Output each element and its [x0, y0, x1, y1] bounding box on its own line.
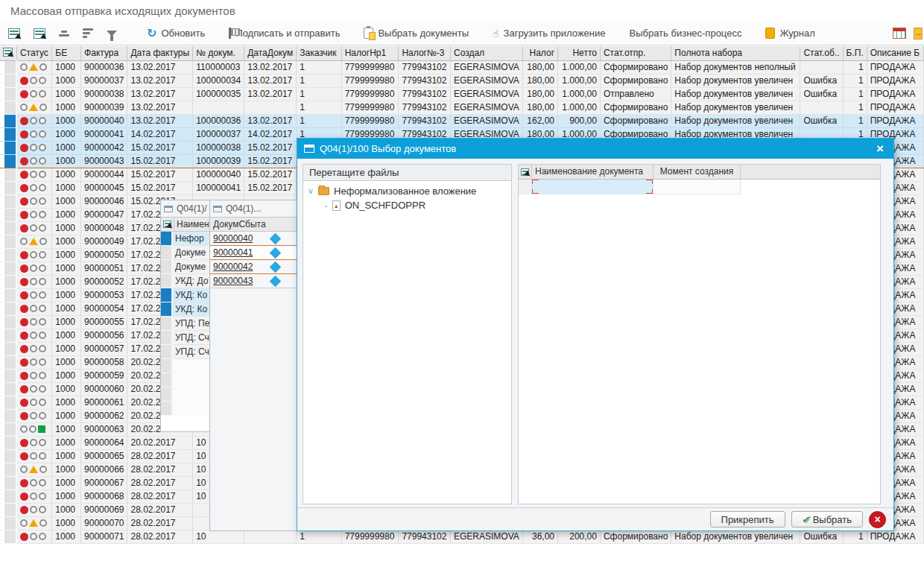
table-row[interactable]: 10009000003613.02.201711000000313.02.201…: [0, 60, 924, 74]
row-select-cell[interactable]: [161, 302, 173, 317]
popup1-row[interactable]: УКД: Ко: [161, 302, 210, 317]
column-header-bp[interactable]: Б.П.: [843, 46, 867, 60]
close-icon[interactable]: ×: [873, 142, 887, 155]
table-row[interactable]: 10009000004013.02.201710000003613.02.201…: [0, 114, 924, 127]
column-header-netto[interactable]: Нетто: [558, 46, 601, 60]
row-select-cell[interactable]: [161, 387, 173, 402]
row-select-cell[interactable]: [0, 168, 16, 181]
cancel-button[interactable]: ×: [869, 511, 886, 528]
row-select-cell[interactable]: [0, 87, 16, 101]
row-select-cell[interactable]: [0, 208, 16, 221]
column-header-customer[interactable]: Заказчик: [297, 46, 341, 60]
popup1-row[interactable]: УПД: Сч: [161, 345, 210, 359]
popup2-row[interactable]: 90000040: [210, 232, 297, 246]
row-select-cell[interactable]: [161, 402, 173, 416]
row-select-cell[interactable]: [161, 288, 173, 302]
row-select-cell[interactable]: [0, 181, 16, 194]
sales-document-link[interactable]: 90000043: [210, 276, 267, 286]
column-header-doc_date[interactable]: ДатаДокум: [244, 46, 297, 60]
row-select-cell[interactable]: [161, 331, 173, 345]
popup2-titlebar[interactable]: Q04(1)...: [210, 200, 297, 217]
select-all-cell[interactable]: [519, 165, 532, 180]
row-select-cell[interactable]: [0, 516, 16, 530]
row-select-cell[interactable]: [0, 141, 16, 154]
column-header-inv_date[interactable]: Дата фактуры: [127, 46, 193, 60]
column-header-tax_nr1[interactable]: НалогНр1: [341, 46, 399, 60]
row-select-cell[interactable]: [0, 530, 16, 543]
popup1-row[interactable]: УКД: До: [161, 274, 210, 288]
filter-button[interactable]: [103, 28, 121, 39]
popup2-row[interactable]: 90000043: [210, 274, 297, 288]
column-header-created_by[interactable]: Создал: [450, 46, 522, 60]
tree-node-file[interactable]: · ON_SCHFDOPPR: [321, 198, 510, 212]
table-row[interactable]: 10009000003713.02.201710000003413.02.201…: [0, 74, 924, 87]
table-row[interactable]: 10009000003813.02.201710000003513.02.201…: [0, 87, 924, 101]
select-business-process-button[interactable]: Выбрать бизнес-процесс: [625, 25, 745, 41]
row-select-cell[interactable]: [0, 154, 16, 168]
column-header-created[interactable]: Момент создания: [654, 165, 741, 180]
refresh-button[interactable]: ↻ Обновить: [143, 25, 209, 42]
row-select-cell[interactable]: [0, 422, 16, 436]
column-header-status[interactable]: Статус: [16, 46, 51, 60]
row-select-cell[interactable]: [0, 489, 16, 503]
row-select-cell[interactable]: [0, 503, 16, 516]
row-select-cell[interactable]: [161, 274, 173, 288]
column-header-doc-name[interactable]: Наименование документа: [532, 165, 654, 180]
row-select-cell[interactable]: [0, 248, 16, 262]
column-header-description[interactable]: Описание Б: [867, 46, 923, 60]
row-select-cell[interactable]: [0, 369, 16, 382]
row-select-cell[interactable]: [0, 275, 16, 288]
row-select-cell[interactable]: [0, 194, 16, 208]
column-header-obj_status[interactable]: Стат.об..: [800, 46, 843, 60]
popup1-row[interactable]: УПД: Сч: [161, 331, 210, 345]
popup1-row[interactable]: Нефор: [161, 232, 210, 246]
popup1-row[interactable]: УКД: Ко: [161, 288, 210, 302]
row-select-cell[interactable]: [161, 317, 173, 331]
dialog-titlebar[interactable]: Q04(1)/100 Выбор документов ×: [297, 139, 893, 159]
row-select-cell[interactable]: [0, 127, 16, 141]
row-select-cell[interactable]: [0, 262, 16, 275]
popup1-select-all[interactable]: [161, 217, 174, 232]
sort-ascending-button[interactable]: [55, 28, 73, 39]
row-select-cell[interactable]: [161, 246, 173, 260]
chevron-down-icon[interactable]: ∨: [308, 187, 314, 195]
column-header-sel[interactable]: [0, 46, 16, 60]
row-select-cell[interactable]: [0, 436, 16, 449]
layout-details-button[interactable]: [4, 26, 24, 41]
column-header-completeness[interactable]: Полнота набора: [671, 46, 800, 60]
sales-document-link[interactable]: 90000042: [210, 262, 267, 272]
row-select-cell[interactable]: [161, 359, 173, 373]
choose-button[interactable]: ✔∕ Выбрать: [791, 511, 863, 527]
popup1-row[interactable]: Докуме: [161, 260, 210, 274]
popup1-column-header[interactable]: Наимен: [174, 217, 210, 232]
popup2-row[interactable]: 90000042: [210, 260, 297, 274]
row-select-cell[interactable]: [161, 345, 173, 359]
row-select-cell[interactable]: [161, 260, 173, 274]
column-header-be[interactable]: БЕ: [52, 46, 81, 60]
popup1-row[interactable]: Докуме: [161, 246, 210, 260]
layout-list-button[interactable]: [30, 26, 49, 41]
row-select-cell[interactable]: [161, 232, 173, 246]
column-header-tax[interactable]: Налог: [522, 46, 557, 60]
table-row[interactable]: 10009000007128.02.2017101779999998077994…: [0, 530, 924, 543]
row-select-cell[interactable]: [161, 373, 173, 387]
grid-view-button[interactable]: [889, 25, 910, 41]
column-header-doc_num[interactable]: № докум.: [193, 46, 244, 60]
load-attachment-button[interactable]: ☝ Загрузить приложение: [489, 25, 609, 41]
sales-document-link[interactable]: 90000041: [210, 247, 267, 258]
tree-node-folder[interactable]: ∨ Неформализованное вложение: [305, 184, 510, 198]
row-select-cell[interactable]: [0, 382, 16, 396]
row-select-cell[interactable]: [0, 235, 16, 248]
row-select-cell[interactable]: [0, 463, 16, 476]
export-button[interactable]: [910, 25, 923, 42]
popup1-row[interactable]: УПД: Пе: [161, 317, 210, 331]
select-documents-button[interactable]: Выбрать документы: [360, 25, 472, 41]
row-select-cell[interactable]: [0, 302, 16, 315]
sales-document-link[interactable]: 90000040: [210, 233, 267, 244]
row-select-cell[interactable]: [0, 396, 16, 409]
row-select-cell[interactable]: [0, 101, 16, 114]
popup2-row[interactable]: 90000041: [210, 246, 297, 260]
column-header-invoice[interactable]: Фактура: [81, 46, 127, 60]
drop-target-cell[interactable]: [532, 180, 654, 194]
sort-descending-button[interactable]: [79, 26, 97, 40]
